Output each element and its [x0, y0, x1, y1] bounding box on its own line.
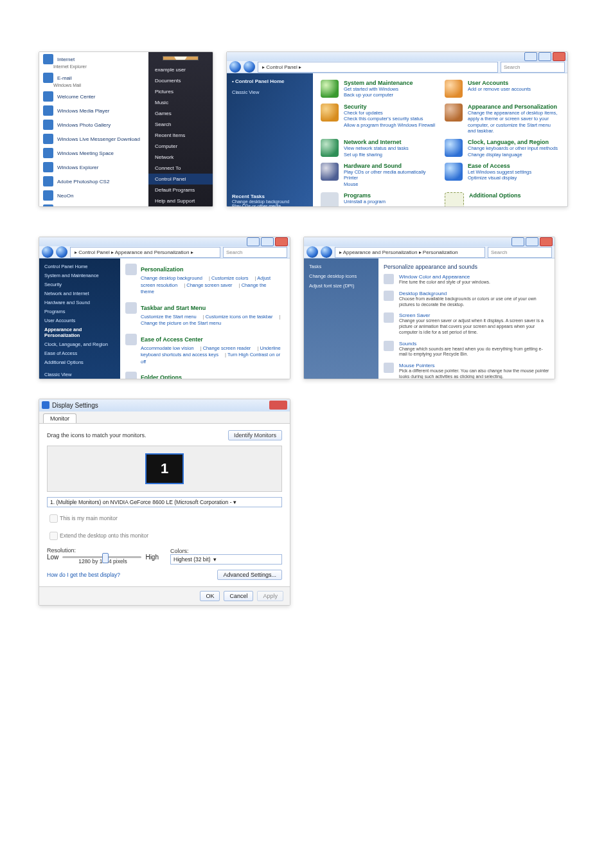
- start-right-item[interactable]: Music: [148, 97, 213, 108]
- back-button[interactable]: [229, 61, 241, 73]
- cp-category[interactable]: Clock, Language, and RegionChange keyboa…: [445, 139, 560, 158]
- cp-category-title[interactable]: Appearance and Personalization: [468, 104, 560, 110]
- cp-category-link[interactable]: Printer: [344, 175, 426, 181]
- personalization-item[interactable]: Mouse PointersPick a different mouse poi…: [384, 363, 549, 379]
- start-right-item[interactable]: Documents: [148, 75, 213, 86]
- cp-category-link[interactable]: Allow a program through Windows Firewall: [344, 122, 435, 128]
- cp-category-link[interactable]: Play CDs or other media automatically: [344, 169, 426, 175]
- maximize-button[interactable]: [261, 237, 274, 246]
- cp-category-link[interactable]: Back up your computer: [344, 92, 413, 98]
- search-input[interactable]: Search: [223, 247, 287, 258]
- help-link[interactable]: How do I get the best display?: [47, 572, 120, 578]
- display-device-dropdown[interactable]: 1. (Multiple Monitors) on NVIDIA GeForce…: [47, 497, 282, 507]
- start-right-item[interactable]: Search: [148, 119, 213, 130]
- sidebar-home[interactable]: • Control Panel Home: [232, 78, 308, 84]
- forward-button[interactable]: [321, 246, 332, 258]
- start-item[interactable]: NeoOn: [39, 188, 148, 203]
- minimize-button[interactable]: [524, 52, 537, 61]
- sidebar-item[interactable]: Hardware and Sound: [44, 300, 115, 305]
- search-input[interactable]: Search: [488, 247, 552, 258]
- start-right-item[interactable]: Network: [148, 152, 213, 163]
- cp-category-link[interactable]: Add or remove user accounts: [468, 86, 531, 92]
- start-item[interactable]: Command Prompt: [39, 203, 148, 207]
- recent-task-link[interactable]: Change desktop background: [232, 199, 308, 204]
- group-link[interactable]: Change screen reader: [203, 345, 251, 351]
- colors-dropdown[interactable]: Highest (32 bit) ▾: [170, 554, 282, 565]
- sidebar-item[interactable]: User Accounts: [44, 318, 115, 323]
- item-heading[interactable]: Sounds: [399, 341, 549, 347]
- forward-button[interactable]: [56, 246, 67, 258]
- sidebar-item[interactable]: Additional Options: [44, 359, 115, 365]
- cp-category-title[interactable]: Programs: [344, 192, 398, 199]
- cp-category-title[interactable]: System and Maintenance: [344, 80, 413, 86]
- item-heading[interactable]: Mouse Pointers: [399, 363, 549, 368]
- personalization-item[interactable]: Screen SaverChange your screen saver or …: [384, 312, 549, 335]
- start-item[interactable]: Windows Meeting Space: [39, 146, 148, 160]
- cp-category-link[interactable]: Get started with Windows: [344, 86, 413, 92]
- cp-category-title[interactable]: Hardware and Sound: [344, 163, 426, 169]
- group-link[interactable]: Change screen saver: [186, 282, 232, 288]
- monitor-1[interactable]: 1: [145, 453, 184, 484]
- cp-category-link[interactable]: Let Windows suggest settings: [468, 169, 531, 175]
- recent-task-link[interactable]: Play CDs or other media automatically: [232, 204, 308, 207]
- cp-category[interactable]: Hardware and SoundPlay CDs or other medi…: [321, 163, 436, 187]
- maximize-button[interactable]: [526, 237, 538, 246]
- group-heading[interactable]: Ease of Access Center: [125, 334, 285, 345]
- cancel-button[interactable]: Cancel: [224, 591, 253, 601]
- cp-category-link[interactable]: Change the appearance of desktop items, …: [468, 110, 560, 134]
- advanced-settings-button[interactable]: Advanced Settings...: [217, 570, 282, 580]
- search-input[interactable]: Search: [501, 62, 565, 73]
- sidebar-item[interactable]: Control Panel Home: [44, 264, 115, 269]
- tab-monitor[interactable]: Monitor: [43, 413, 76, 423]
- personalization-item[interactable]: Window Color and AppearanceFine tune the…: [384, 274, 549, 285]
- cp-category[interactable]: Network and InternetView network status …: [321, 139, 436, 158]
- back-button[interactable]: [42, 246, 53, 258]
- cp-category-link[interactable]: Change startup programs: [344, 205, 398, 208]
- cp-category-link[interactable]: Set up file sharing: [344, 152, 409, 158]
- item-heading[interactable]: Screen Saver: [399, 312, 549, 318]
- cp-category-title[interactable]: Network and Internet: [344, 139, 409, 145]
- cp-category-title[interactable]: Ease of Access: [468, 163, 531, 169]
- group-link[interactable]: Customize the Start menu: [141, 314, 197, 320]
- group-link[interactable]: Change desktop background: [141, 275, 202, 281]
- start-item[interactable]: Windows Media Player: [39, 104, 148, 118]
- slider-thumb[interactable]: [102, 553, 109, 563]
- start-item[interactable]: Adobe Photoshop CS2: [39, 174, 148, 188]
- close-button[interactable]: [275, 237, 288, 246]
- cp-category-link[interactable]: Change display language: [468, 152, 558, 158]
- group-link[interactable]: Change the picture on the Start menu: [141, 320, 221, 326]
- sidebar-item[interactable]: Appearance and Personalization: [44, 327, 115, 338]
- group-heading[interactable]: Taskbar and Start Menu: [125, 302, 285, 314]
- ok-button[interactable]: OK: [200, 591, 220, 601]
- close-button[interactable]: [540, 237, 553, 246]
- sidebar-item[interactable]: Security: [44, 282, 115, 287]
- start-right-item[interactable]: Control Panel: [148, 174, 213, 185]
- sidebar-item[interactable]: Tasks: [309, 264, 373, 269]
- cp-category-link[interactable]: Check for updates: [344, 110, 435, 116]
- sidebar-item[interactable]: Classic View: [44, 372, 115, 377]
- cp-category-title[interactable]: Security: [344, 104, 435, 110]
- item-heading[interactable]: Window Color and Appearance: [399, 274, 490, 280]
- close-button[interactable]: [553, 52, 565, 61]
- sidebar-item[interactable]: Ease of Access: [44, 350, 115, 356]
- cp-category[interactable]: Appearance and PersonalizationChange the…: [445, 104, 560, 134]
- minimize-button[interactable]: [511, 237, 524, 246]
- start-item[interactable]: Welcome Center: [39, 89, 148, 104]
- sidebar-item[interactable]: System and Maintenance: [44, 273, 115, 278]
- start-right-item[interactable]: Connect To: [148, 163, 213, 174]
- start-right-item[interactable]: Help and Support: [148, 195, 213, 206]
- item-heading[interactable]: Desktop Background: [399, 291, 549, 296]
- start-right-item[interactable]: Pictures: [148, 86, 213, 97]
- group-heading[interactable]: Personalization: [125, 264, 285, 275]
- minimize-button[interactable]: [247, 237, 260, 246]
- identify-monitors-button[interactable]: Identify Monitors: [228, 430, 282, 440]
- sidebar-classic-view[interactable]: Classic View: [232, 89, 308, 95]
- back-button[interactable]: [306, 246, 318, 258]
- group-link[interactable]: Customize colors: [211, 275, 249, 281]
- cp-category[interactable]: Ease of AccessLet Windows suggest settin…: [445, 163, 560, 187]
- start-item[interactable]: Windows Live Messenger Download: [39, 132, 148, 146]
- cp-category-title[interactable]: Clock, Language, and Region: [468, 139, 558, 145]
- start-right-item[interactable]: Computer: [148, 141, 213, 152]
- group-link[interactable]: Customize icons on the taskbar: [206, 314, 273, 320]
- sidebar-item[interactable]: Clock, Language, and Region: [44, 341, 115, 347]
